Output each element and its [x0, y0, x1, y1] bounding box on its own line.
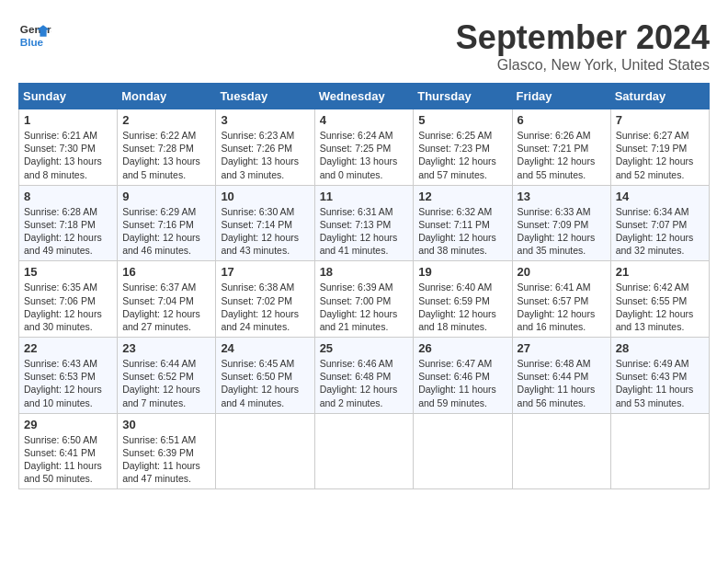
calendar-cell: 17Sunrise: 6:38 AMSunset: 7:02 PMDayligh… [216, 261, 314, 338]
calendar-cell [610, 413, 709, 489]
day-number: 28 [616, 341, 704, 355]
day-number: 29 [24, 418, 112, 431]
title-area: September 2024 Glasco, New York, United … [456, 18, 710, 74]
svg-text:Blue: Blue [20, 36, 44, 48]
cell-details: Sunrise: 6:32 AMSunset: 7:11 PMDaylight:… [418, 205, 506, 258]
location: Glasco, New York, United States [456, 57, 710, 74]
day-number: 20 [518, 265, 606, 279]
calendar-week-5: 29Sunrise: 6:50 AMSunset: 6:41 PMDayligh… [19, 413, 710, 489]
day-number: 11 [320, 190, 409, 203]
cell-details: Sunrise: 6:24 AMSunset: 7:25 PMDaylight:… [320, 129, 409, 181]
calendar-table: Sunday Monday Tuesday Wednesday Thursday… [18, 83, 710, 489]
calendar-cell: 11Sunrise: 6:31 AMSunset: 7:13 PMDayligh… [314, 185, 414, 261]
cell-details: Sunrise: 6:35 AMSunset: 7:06 PMDaylight:… [24, 281, 112, 333]
col-wednesday: Wednesday [314, 84, 414, 109]
cell-details: Sunrise: 6:22 AMSunset: 7:28 PMDaylight:… [122, 129, 210, 181]
calendar-cell: 21Sunrise: 6:42 AMSunset: 6:55 PMDayligh… [610, 261, 709, 338]
calendar-cell: 16Sunrise: 6:37 AMSunset: 7:04 PMDayligh… [118, 261, 216, 338]
day-number: 8 [24, 190, 112, 203]
calendar-week-4: 22Sunrise: 6:43 AMSunset: 6:53 PMDayligh… [19, 338, 710, 414]
day-number: 3 [221, 113, 309, 127]
cell-details: Sunrise: 6:50 AMSunset: 6:41 PMDaylight:… [24, 433, 112, 486]
calendar-cell: 18Sunrise: 6:39 AMSunset: 7:00 PMDayligh… [314, 261, 414, 338]
cell-details: Sunrise: 6:37 AMSunset: 7:04 PMDaylight:… [122, 281, 210, 333]
cell-details: Sunrise: 6:49 AMSunset: 6:43 PMDaylight:… [616, 357, 704, 409]
calendar-cell: 6Sunrise: 6:26 AMSunset: 7:21 PMDaylight… [512, 109, 610, 186]
cell-details: Sunrise: 6:41 AMSunset: 6:57 PMDaylight:… [518, 281, 606, 333]
calendar-cell: 2Sunrise: 6:22 AMSunset: 7:28 PMDaylight… [118, 109, 216, 186]
day-number: 10 [221, 190, 309, 203]
day-number: 22 [24, 341, 112, 355]
calendar-cell: 3Sunrise: 6:23 AMSunset: 7:26 PMDaylight… [216, 109, 314, 186]
cell-details: Sunrise: 6:44 AMSunset: 6:52 PMDaylight:… [122, 357, 210, 409]
day-number: 2 [122, 113, 210, 127]
calendar-cell: 23Sunrise: 6:44 AMSunset: 6:52 PMDayligh… [118, 338, 216, 414]
day-number: 4 [320, 113, 409, 127]
calendar-cell: 8Sunrise: 6:28 AMSunset: 7:18 PMDaylight… [19, 185, 118, 261]
month-title: September 2024 [456, 18, 710, 57]
calendar-cell: 29Sunrise: 6:50 AMSunset: 6:41 PMDayligh… [19, 413, 118, 489]
calendar-week-1: 1Sunrise: 6:21 AMSunset: 7:30 PMDaylight… [19, 109, 710, 186]
day-number: 7 [616, 113, 704, 127]
day-number: 13 [518, 190, 606, 203]
day-number: 1 [24, 113, 112, 127]
day-number: 15 [24, 265, 112, 279]
cell-details: Sunrise: 6:29 AMSunset: 7:16 PMDaylight:… [122, 205, 210, 258]
calendar-cell: 9Sunrise: 6:29 AMSunset: 7:16 PMDaylight… [118, 185, 216, 261]
day-number: 30 [122, 418, 210, 431]
calendar-cell: 19Sunrise: 6:40 AMSunset: 6:59 PMDayligh… [414, 261, 512, 338]
cell-details: Sunrise: 6:39 AMSunset: 7:00 PMDaylight:… [320, 281, 409, 333]
calendar-cell: 26Sunrise: 6:47 AMSunset: 6:46 PMDayligh… [414, 338, 512, 414]
header: General Blue September 2024 Glasco, New … [18, 18, 710, 74]
cell-details: Sunrise: 6:46 AMSunset: 6:48 PMDaylight:… [320, 357, 409, 409]
cell-details: Sunrise: 6:42 AMSunset: 6:55 PMDaylight:… [616, 281, 704, 333]
day-number: 18 [320, 265, 409, 279]
col-thursday: Thursday [414, 84, 512, 109]
calendar-cell: 22Sunrise: 6:43 AMSunset: 6:53 PMDayligh… [19, 338, 118, 414]
col-monday: Monday [118, 84, 216, 109]
calendar-cell: 15Sunrise: 6:35 AMSunset: 7:06 PMDayligh… [19, 261, 118, 338]
day-number: 14 [616, 190, 704, 203]
calendar-cell: 14Sunrise: 6:34 AMSunset: 7:07 PMDayligh… [610, 185, 709, 261]
cell-details: Sunrise: 6:33 AMSunset: 7:09 PMDaylight:… [518, 205, 606, 258]
col-saturday: Saturday [610, 84, 709, 109]
cell-details: Sunrise: 6:21 AMSunset: 7:30 PMDaylight:… [24, 129, 112, 181]
calendar-cell: 1Sunrise: 6:21 AMSunset: 7:30 PMDaylight… [19, 109, 118, 186]
header-row: Sunday Monday Tuesday Wednesday Thursday… [19, 84, 710, 109]
calendar-cell: 10Sunrise: 6:30 AMSunset: 7:14 PMDayligh… [216, 185, 314, 261]
col-friday: Friday [512, 84, 610, 109]
day-number: 23 [122, 341, 210, 355]
logo: General Blue [18, 18, 51, 52]
day-number: 25 [320, 341, 409, 355]
cell-details: Sunrise: 6:40 AMSunset: 6:59 PMDaylight:… [418, 281, 506, 333]
calendar-cell: 7Sunrise: 6:27 AMSunset: 7:19 PMDaylight… [610, 109, 709, 186]
calendar-cell: 5Sunrise: 6:25 AMSunset: 7:23 PMDaylight… [414, 109, 512, 186]
calendar-cell: 13Sunrise: 6:33 AMSunset: 7:09 PMDayligh… [512, 185, 610, 261]
calendar-cell: 12Sunrise: 6:32 AMSunset: 7:11 PMDayligh… [414, 185, 512, 261]
day-number: 19 [418, 265, 506, 279]
cell-details: Sunrise: 6:30 AMSunset: 7:14 PMDaylight:… [221, 205, 309, 258]
day-number: 26 [418, 341, 506, 355]
cell-details: Sunrise: 6:51 AMSunset: 6:39 PMDaylight:… [122, 433, 210, 486]
cell-details: Sunrise: 6:48 AMSunset: 6:44 PMDaylight:… [518, 357, 606, 409]
day-number: 6 [518, 113, 606, 127]
day-number: 17 [221, 265, 309, 279]
calendar-cell [414, 413, 512, 489]
calendar-cell: 27Sunrise: 6:48 AMSunset: 6:44 PMDayligh… [512, 338, 610, 414]
calendar-cell: 25Sunrise: 6:46 AMSunset: 6:48 PMDayligh… [314, 338, 414, 414]
day-number: 5 [418, 113, 506, 127]
day-number: 24 [221, 341, 309, 355]
calendar-cell: 20Sunrise: 6:41 AMSunset: 6:57 PMDayligh… [512, 261, 610, 338]
cell-details: Sunrise: 6:34 AMSunset: 7:07 PMDaylight:… [616, 205, 704, 258]
cell-details: Sunrise: 6:31 AMSunset: 7:13 PMDaylight:… [320, 205, 409, 258]
calendar-cell [216, 413, 314, 489]
day-number: 27 [518, 341, 606, 355]
cell-details: Sunrise: 6:47 AMSunset: 6:46 PMDaylight:… [418, 357, 506, 409]
calendar-cell: 24Sunrise: 6:45 AMSunset: 6:50 PMDayligh… [216, 338, 314, 414]
cell-details: Sunrise: 6:28 AMSunset: 7:18 PMDaylight:… [24, 205, 112, 258]
day-number: 21 [616, 265, 704, 279]
cell-details: Sunrise: 6:43 AMSunset: 6:53 PMDaylight:… [24, 357, 112, 409]
day-number: 16 [122, 265, 210, 279]
calendar-cell [314, 413, 414, 489]
calendar-cell: 28Sunrise: 6:49 AMSunset: 6:43 PMDayligh… [610, 338, 709, 414]
